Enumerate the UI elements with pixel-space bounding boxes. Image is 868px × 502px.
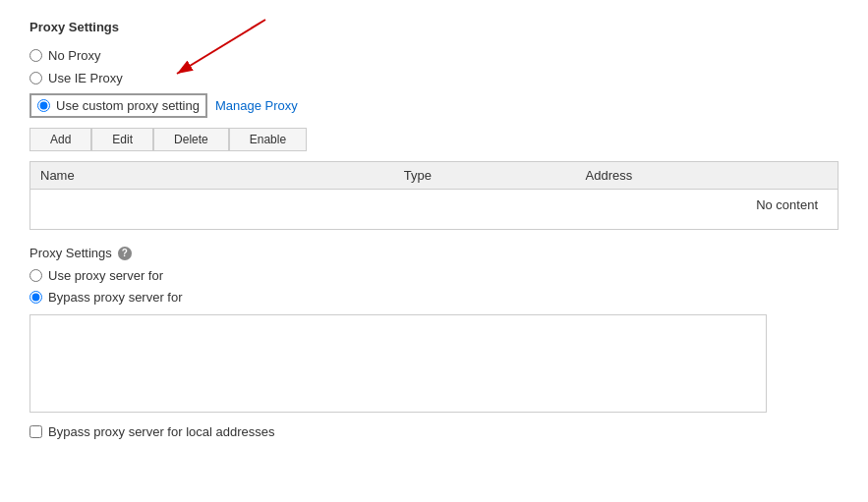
proxy-settings-radio-group: Use proxy server for Bypass proxy server… [29,268,839,305]
bypass-proxy-server-label[interactable]: Bypass proxy server for [48,290,183,305]
no-proxy-radio[interactable] [29,49,42,62]
main-container: Proxy Settings No Proxy Use IE Proxy Use… [29,20,839,439]
use-proxy-server-row: Use proxy server for [29,268,839,283]
toolbar: Add Edit Delete Enable [29,128,839,151]
ie-proxy-label[interactable]: Use IE Proxy [48,71,123,85]
help-icon[interactable]: ? [118,247,132,260]
col-type-header: Type [404,168,586,183]
no-proxy-label[interactable]: No Proxy [48,48,100,63]
bypass-local-label[interactable]: Bypass proxy server for local addresses [48,424,274,439]
ie-proxy-radio[interactable] [29,72,42,84]
bypass-local-checkbox[interactable] [29,425,42,438]
section-title: Proxy Settings [29,20,839,34]
table-header: Name Type Address [30,162,838,190]
edit-button[interactable]: Edit [91,128,153,151]
custom-proxy-row: Use custom proxy setting Manage Proxy [29,93,839,118]
custom-proxy-label[interactable]: Use custom proxy setting [56,98,200,113]
no-content-label: No content [40,197,828,212]
proxy-type-radio-group: No Proxy Use IE Proxy Use custom proxy s… [29,48,839,118]
delete-button[interactable]: Delete [153,128,229,151]
bypass-local-row: Bypass proxy server for local addresses [29,424,839,439]
col-address-header: Address [586,168,828,183]
enable-button[interactable]: Enable [229,128,307,151]
col-name-header: Name [40,168,404,183]
ie-proxy-row: Use IE Proxy [29,71,839,85]
table-body: No content [30,190,838,229]
custom-proxy-radio[interactable] [37,99,50,112]
proxy-settings-subtitle-row: Proxy Settings ? [29,246,839,260]
bypass-proxy-server-row: Bypass proxy server for [29,290,839,305]
custom-proxy-box: Use custom proxy setting [29,93,207,118]
proxy-settings-subtitle: Proxy Settings [29,246,112,260]
bypass-proxy-server-radio[interactable] [29,291,42,304]
add-button[interactable]: Add [29,128,91,151]
no-proxy-row: No Proxy [29,48,839,63]
use-proxy-server-radio[interactable] [29,269,42,282]
proxy-settings-sub-section: Proxy Settings ? Use proxy server for By… [29,246,839,439]
proxy-table: Name Type Address No content [29,161,839,230]
proxy-textarea[interactable] [29,314,767,413]
manage-proxy-link[interactable]: Manage Proxy [215,98,298,113]
use-proxy-server-label[interactable]: Use proxy server for [48,268,163,283]
